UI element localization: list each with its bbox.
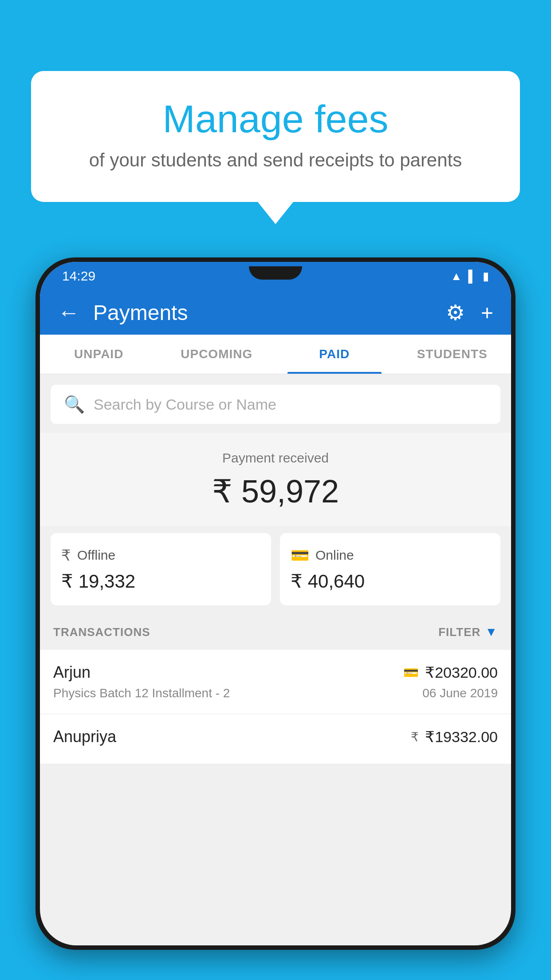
transactions-label: TRANSACTIONS: [53, 625, 150, 639]
transaction-date: 06 June 2019: [422, 686, 498, 700]
cash-icon: ₹: [411, 730, 419, 744]
tab-upcoming[interactable]: UPCOMING: [158, 335, 276, 374]
transaction-name: Arjun: [53, 663, 91, 682]
search-icon: 🔍: [64, 395, 85, 414]
settings-icon[interactable]: ⚙: [446, 300, 465, 325]
signal-icon: ▌: [468, 269, 476, 283]
phone-screen: 14:29 ▲ ▌ ▮ ← Payments ⚙ + UNPAID UPCO: [40, 262, 511, 945]
transaction-amount-wrapper: 💳 ₹20320.00: [403, 664, 498, 681]
online-card-header: 💳 Online: [291, 546, 490, 564]
online-icon: 💳: [291, 546, 309, 564]
transaction-bottom: Physics Batch 12 Installment - 2 06 June…: [53, 686, 498, 700]
online-payment-card: 💳 Online ₹ 40,640: [280, 533, 500, 605]
transaction-amount: ₹19332.00: [425, 728, 498, 746]
tab-paid[interactable]: PAID: [276, 335, 394, 374]
filter-button[interactable]: FILTER ▼: [438, 625, 498, 639]
back-button[interactable]: ←: [58, 300, 80, 325]
add-icon[interactable]: +: [481, 300, 493, 325]
offline-card-header: ₹ Offline: [61, 546, 260, 564]
speech-bubble: Manage fees of your students and send re…: [31, 71, 520, 202]
tabs: UNPAID UPCOMING PAID STUDENTS: [40, 335, 511, 374]
app-bar: ← Payments ⚙ +: [40, 290, 511, 335]
online-amount: ₹ 40,640: [291, 570, 490, 592]
transaction-top: Anupriya ₹ ₹19332.00: [53, 727, 498, 746]
transaction-course: Physics Batch 12 Installment - 2: [53, 686, 230, 700]
payment-cards: ₹ Offline ₹ 19,332 💳 Online ₹ 40,640: [40, 533, 511, 614]
transactions-header: TRANSACTIONS FILTER ▼: [40, 614, 511, 650]
tab-unpaid[interactable]: UNPAID: [40, 335, 158, 374]
payment-total-amount: ₹ 59,972: [53, 473, 498, 510]
transaction-name: Anupriya: [53, 727, 116, 746]
transaction-row[interactable]: Anupriya ₹ ₹19332.00: [40, 714, 511, 764]
online-label: Online: [315, 548, 354, 563]
search-placeholder: Search by Course or Name: [94, 396, 276, 413]
offline-icon: ₹: [61, 546, 71, 564]
speech-bubble-title: Manage fees: [67, 98, 484, 141]
speech-bubble-arrow: [258, 202, 293, 224]
status-time: 14:29: [62, 269, 95, 284]
offline-payment-card: ₹ Offline ₹ 19,332: [51, 533, 271, 605]
offline-label: Offline: [77, 548, 115, 563]
transaction-row[interactable]: Arjun 💳 ₹20320.00 Physics Batch 12 Insta…: [40, 650, 511, 714]
speech-bubble-subtitle: of your students and send receipts to pa…: [67, 150, 484, 171]
status-icons: ▲ ▌ ▮: [451, 269, 489, 283]
filter-icon: ▼: [485, 625, 498, 639]
phone-container: 14:29 ▲ ▌ ▮ ← Payments ⚙ + UNPAID UPCO: [35, 257, 516, 980]
search-bar[interactable]: 🔍 Search by Course or Name: [51, 385, 500, 424]
payment-summary: Payment received ₹ 59,972: [40, 433, 511, 526]
offline-amount: ₹ 19,332: [61, 570, 260, 592]
phone: 14:29 ▲ ▌ ▮ ← Payments ⚙ + UNPAID UPCO: [35, 257, 516, 950]
payment-received-label: Payment received: [53, 450, 498, 466]
wifi-icon: ▲: [451, 269, 462, 283]
tab-students[interactable]: STUDENTS: [394, 335, 512, 374]
transaction-amount: ₹20320.00: [425, 664, 498, 681]
card-icon: 💳: [403, 665, 419, 680]
transaction-top: Arjun 💳 ₹20320.00: [53, 663, 498, 682]
filter-label: FILTER: [438, 625, 480, 639]
phone-notch: [249, 266, 302, 280]
app-bar-title: Payments: [93, 300, 433, 325]
transaction-amount-wrapper: ₹ ₹19332.00: [411, 728, 498, 746]
battery-icon: ▮: [483, 269, 489, 283]
speech-bubble-container: Manage fees of your students and send re…: [31, 71, 520, 224]
app-bar-actions: ⚙ +: [446, 300, 493, 325]
